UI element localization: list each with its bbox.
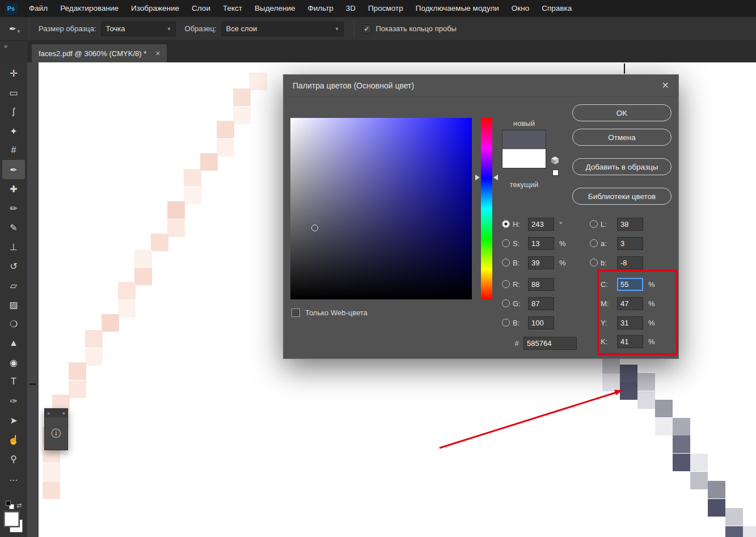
ok-button[interactable]: OK xyxy=(572,104,671,121)
cancel-button[interactable]: Отмена xyxy=(572,129,671,146)
menu-item[interactable]: Изображение xyxy=(125,0,185,17)
dialog-title-bar[interactable]: Палитра цветов (Основной цвет) ✕ xyxy=(284,75,678,96)
menu-item[interactable]: Текст xyxy=(217,0,248,17)
lab-b-input[interactable] xyxy=(617,256,643,269)
menu-item[interactable]: Редактирование xyxy=(54,0,125,17)
b-label: B: xyxy=(513,259,525,267)
y-row: Y: % xyxy=(590,316,655,329)
lasso-tool[interactable]: ʃ xyxy=(2,102,25,121)
eraser-tool[interactable]: ▱ xyxy=(2,276,25,295)
y-input[interactable] xyxy=(617,316,643,329)
hue-slider[interactable] xyxy=(481,118,492,299)
info-icon[interactable]: ⓘ xyxy=(52,427,61,440)
b-row: B: % xyxy=(502,256,566,269)
default-colors-icon[interactable] xyxy=(6,501,14,509)
s-radio[interactable] xyxy=(502,239,510,247)
menu-item[interactable]: Справка xyxy=(535,0,578,17)
sample-size-dropdown[interactable]: Точка ▾ xyxy=(101,22,176,36)
move-tool[interactable]: ✛ xyxy=(2,64,25,83)
c-input[interactable] xyxy=(617,278,643,291)
sample-value: Все слои xyxy=(226,24,257,33)
shape-tool[interactable]: ▲ xyxy=(2,333,25,353)
show-sampling-ring-checkbox[interactable]: ✓ xyxy=(362,24,371,33)
gamut-warning-icon[interactable] xyxy=(551,157,559,165)
sample-dropdown[interactable]: Все слои ▾ xyxy=(221,22,344,36)
g-input[interactable] xyxy=(528,297,554,310)
h-input[interactable] xyxy=(528,218,554,231)
b-radio[interactable] xyxy=(502,259,510,267)
gamut-color-swatch[interactable] xyxy=(552,170,559,176)
dialog-close-icon[interactable]: ✕ xyxy=(662,80,669,91)
document-tab[interactable]: faces2.pdf @ 3060% (CMYK/8) * × xyxy=(32,44,167,62)
history-brush-tool[interactable]: ↺ xyxy=(2,256,25,276)
quick-selection-tool[interactable]: ✦ xyxy=(2,121,25,141)
menu-item[interactable]: Окно xyxy=(505,0,535,17)
add-to-swatches-button[interactable]: Добавить в образцы xyxy=(572,158,671,175)
l-radio[interactable] xyxy=(590,220,598,228)
main-area: ✛▭ʃ✦#✒✚✏✎⊥↺▱▨❍▲◉T✑➤☝⚲… ⇄ xyxy=(0,62,756,537)
color-marker[interactable] xyxy=(311,225,318,231)
hex-input[interactable] xyxy=(523,337,577,350)
zoom-tool[interactable]: ⚲ xyxy=(2,449,25,468)
menu-item[interactable]: Выделение xyxy=(248,0,302,17)
eyedropper-icon: ✒ xyxy=(9,24,16,34)
foreground-color-swatch[interactable] xyxy=(5,512,19,526)
blur-tool[interactable]: ◉ xyxy=(2,353,25,372)
b2-input[interactable] xyxy=(528,316,554,329)
brush-tool[interactable]: ✏ xyxy=(2,198,25,218)
b2-radio[interactable] xyxy=(502,319,510,327)
l-input[interactable] xyxy=(617,218,643,231)
a-radio[interactable] xyxy=(590,239,598,247)
hand-tool[interactable]: ☝ xyxy=(2,430,25,449)
s-suffix: % xyxy=(559,239,566,248)
s-input[interactable] xyxy=(528,237,554,250)
r-radio[interactable] xyxy=(502,280,510,288)
k-row: K: % xyxy=(590,335,655,348)
lab-b-radio[interactable] xyxy=(590,259,598,267)
panel-collapse-icon[interactable]: » xyxy=(47,411,50,416)
h-radio[interactable] xyxy=(502,220,510,228)
menu-item[interactable]: Слои xyxy=(185,0,217,17)
pencil-tool[interactable]: ✎ xyxy=(2,218,25,237)
crop-tool[interactable]: # xyxy=(2,141,25,160)
gray-pixel xyxy=(708,499,725,517)
menu-item[interactable]: Просмотр xyxy=(362,0,409,17)
b-input[interactable] xyxy=(528,256,554,269)
k-input[interactable] xyxy=(617,335,643,348)
type-tool[interactable]: T xyxy=(2,372,25,391)
gray-pixel xyxy=(690,472,708,489)
r-input[interactable] xyxy=(528,278,554,291)
hue-slider-handle-right[interactable] xyxy=(493,175,498,180)
g-radio[interactable] xyxy=(502,299,510,307)
menu-item[interactable]: 3D xyxy=(340,0,362,17)
menu-item[interactable]: Фильтр xyxy=(301,0,339,17)
menu-item[interactable]: Файл xyxy=(23,0,54,17)
tab-close-icon[interactable]: × xyxy=(155,49,160,58)
toolbar-collapse-button[interactable]: » xyxy=(0,41,27,62)
gray-pixel xyxy=(673,418,690,435)
clone-stamp-tool[interactable]: ⊥ xyxy=(2,237,25,256)
path-selection-tool[interactable]: ➤ xyxy=(2,411,25,430)
menu-item[interactable]: Подключаемые модули xyxy=(409,0,505,17)
document-canvas[interactable]: » × ⓘ Палитра цветов (Основной цвет) ✕ xyxy=(39,62,756,537)
web-colors-only-checkbox[interactable] xyxy=(292,308,300,317)
m-input[interactable] xyxy=(617,297,643,310)
panel-close-icon[interactable]: × xyxy=(62,411,65,416)
sv-gradient[interactable] xyxy=(290,118,472,299)
eyedropper-tool[interactable]: ✒ xyxy=(2,160,25,179)
gradient-tool[interactable]: ▨ xyxy=(2,295,25,314)
spot-healing-brush-tool[interactable]: ✚ xyxy=(2,179,25,198)
pink-pixel xyxy=(102,314,119,332)
color-libraries-button[interactable]: Библиотеки цветов xyxy=(572,188,671,205)
a-input[interactable] xyxy=(617,237,643,250)
dodge-tool[interactable]: ❍ xyxy=(2,314,25,333)
hue-slider-handle-left[interactable] xyxy=(475,175,480,180)
h-row: H: ° xyxy=(502,217,562,231)
new-color-swatch xyxy=(502,130,546,149)
gray-pixel xyxy=(708,481,725,498)
pen-tool[interactable]: ✑ xyxy=(2,391,25,411)
tool-preset-picker[interactable]: ✒ ▾ xyxy=(0,17,29,41)
swap-colors-icon[interactable]: ⇄ xyxy=(16,502,22,509)
rectangular-marquee-tool[interactable]: ▭ xyxy=(2,83,25,102)
toolbar-options[interactable]: … xyxy=(2,468,25,488)
